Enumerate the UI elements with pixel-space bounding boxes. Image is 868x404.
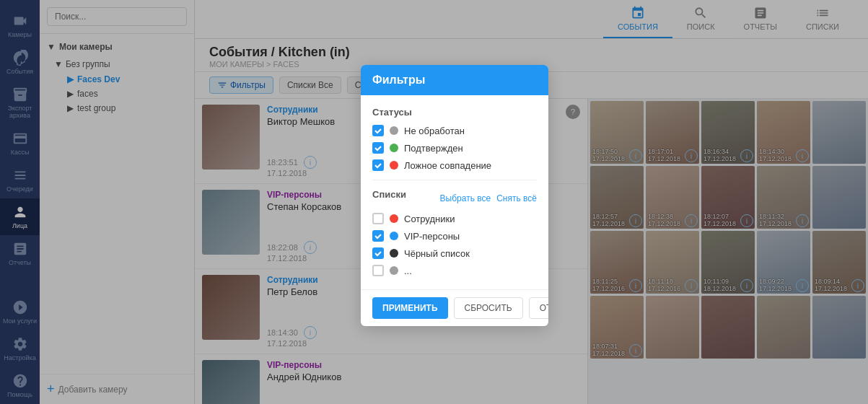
lists-actions: Выбрать все Снять всё xyxy=(440,193,537,203)
lists-label: Списки xyxy=(372,189,406,200)
list-sotrudniki-row[interactable]: Сотрудники xyxy=(372,213,537,224)
list-blacklist-checkbox[interactable] xyxy=(372,247,384,259)
deselect-all-btn[interactable]: Снять всё xyxy=(496,193,537,203)
reset-btn[interactable]: СБРОСИТЬ xyxy=(454,297,523,319)
dot-check xyxy=(390,144,398,152)
modal-footer: ПРИМЕНИТЬ СБРОСИТЬ ОТМЕНА xyxy=(361,289,548,326)
list-sotrudniki-checkbox[interactable] xyxy=(372,213,384,224)
list-vip-checkbox[interactable] xyxy=(372,230,384,242)
apply-btn[interactable]: ПРИМЕНИТЬ xyxy=(372,297,448,319)
list-other-row[interactable]: ... xyxy=(372,265,537,276)
lists-header: Списки Выбрать все Снять всё xyxy=(372,189,537,207)
statuses-label: Статусы xyxy=(372,107,537,118)
dot-question xyxy=(390,126,398,135)
dot-blue xyxy=(390,232,398,240)
select-all-btn[interactable]: Выбрать все xyxy=(440,193,491,203)
dot-gray xyxy=(390,266,398,275)
dot-cancel xyxy=(390,161,398,170)
modal-overlay[interactable]: Фильтры Статусы Не обработан Подтвержден xyxy=(0,0,868,404)
modal-header: Фильтры xyxy=(361,65,548,95)
status-confirmed-checkbox[interactable] xyxy=(372,142,384,154)
status-false-match-row[interactable]: Ложное совпадение xyxy=(372,159,537,171)
status-unprocessed-row[interactable]: Не обработан xyxy=(372,125,537,136)
list-vip-row[interactable]: VIP-персоны xyxy=(372,230,537,242)
status-false-match-checkbox[interactable] xyxy=(372,159,384,171)
status-confirmed-row[interactable]: Подтвержден xyxy=(372,142,537,154)
dot-red xyxy=(390,214,398,223)
status-unprocessed-checkbox[interactable] xyxy=(372,125,384,136)
list-blacklist-row[interactable]: Чёрный список xyxy=(372,247,537,259)
modal-body: Статусы Не обработан Подтвержден xyxy=(361,95,548,289)
cancel-btn[interactable]: ОТМЕНА xyxy=(529,297,548,319)
divider xyxy=(372,180,537,180)
filters-modal: Фильтры Статусы Не обработан Подтвержден xyxy=(361,65,548,326)
lists-scroll: Сотрудники VIP-персоны Чёрный список xyxy=(372,213,537,278)
dot-dark xyxy=(390,249,398,258)
list-other-checkbox[interactable] xyxy=(372,265,384,276)
